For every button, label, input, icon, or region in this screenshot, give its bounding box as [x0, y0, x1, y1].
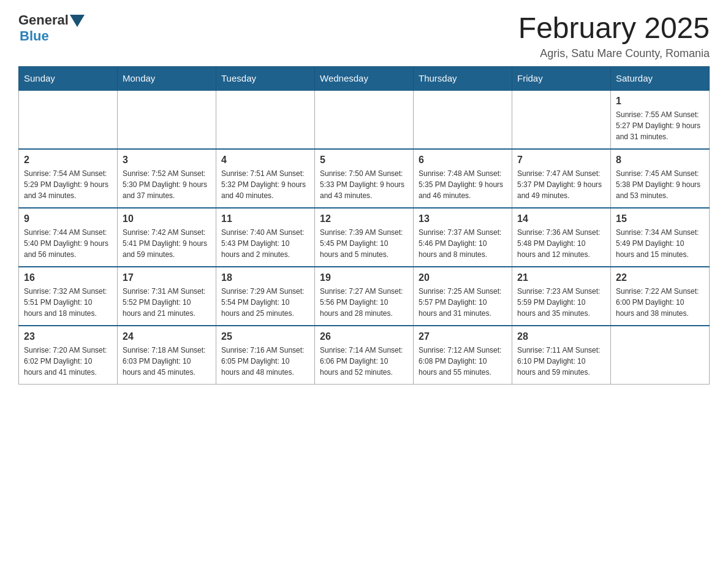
day-number: 2 [24, 155, 112, 166]
day-number: 10 [123, 213, 211, 224]
day-number: 24 [123, 331, 211, 342]
calendar-cell [118, 90, 216, 149]
calendar-cell: 27Sunrise: 7:12 AM Sunset: 6:08 PM Dayli… [414, 326, 512, 385]
day-number: 20 [419, 272, 507, 283]
day-number: 14 [517, 213, 605, 224]
calendar-cell [512, 90, 611, 149]
day-number: 15 [616, 213, 704, 224]
day-number: 8 [616, 155, 704, 166]
day-info: Sunrise: 7:37 AM Sunset: 5:46 PM Dayligh… [419, 227, 507, 260]
day-info: Sunrise: 7:45 AM Sunset: 5:38 PM Dayligh… [616, 168, 704, 201]
day-info: Sunrise: 7:27 AM Sunset: 5:56 PM Dayligh… [320, 286, 408, 319]
calendar-cell: 22Sunrise: 7:22 AM Sunset: 6:00 PM Dayli… [611, 267, 710, 326]
calendar-cell [611, 326, 710, 385]
calendar-cell: 7Sunrise: 7:47 AM Sunset: 5:37 PM Daylig… [512, 149, 611, 208]
calendar-cell: 20Sunrise: 7:25 AM Sunset: 5:57 PM Dayli… [414, 267, 512, 326]
day-number: 5 [320, 155, 408, 166]
day-info: Sunrise: 7:14 AM Sunset: 6:06 PM Dayligh… [320, 345, 408, 378]
header-sunday: Sunday [19, 66, 118, 90]
calendar-cell: 5Sunrise: 7:50 AM Sunset: 5:33 PM Daylig… [315, 149, 414, 208]
day-number: 18 [221, 272, 309, 283]
calendar-cell: 8Sunrise: 7:45 AM Sunset: 5:38 PM Daylig… [611, 149, 710, 208]
calendar-cell: 24Sunrise: 7:18 AM Sunset: 6:03 PM Dayli… [118, 326, 216, 385]
day-number: 6 [419, 155, 507, 166]
day-number: 27 [419, 331, 507, 342]
title-block: February 2025 Agris, Satu Mare County, R… [518, 12, 710, 60]
day-info: Sunrise: 7:44 AM Sunset: 5:40 PM Dayligh… [24, 227, 112, 260]
day-number: 23 [24, 331, 112, 342]
day-info: Sunrise: 7:22 AM Sunset: 6:00 PM Dayligh… [616, 286, 704, 319]
day-info: Sunrise: 7:12 AM Sunset: 6:08 PM Dayligh… [419, 345, 507, 378]
day-info: Sunrise: 7:11 AM Sunset: 6:10 PM Dayligh… [517, 345, 605, 378]
day-number: 7 [517, 155, 605, 166]
calendar-cell: 26Sunrise: 7:14 AM Sunset: 6:06 PM Dayli… [315, 326, 414, 385]
day-info: Sunrise: 7:25 AM Sunset: 5:57 PM Dayligh… [419, 286, 507, 319]
header-monday: Monday [118, 66, 216, 90]
calendar-week-row: 9Sunrise: 7:44 AM Sunset: 5:40 PM Daylig… [19, 208, 710, 267]
day-info: Sunrise: 7:23 AM Sunset: 5:59 PM Dayligh… [517, 286, 605, 319]
calendar-subtitle: Agris, Satu Mare County, Romania [518, 47, 710, 60]
day-info: Sunrise: 7:54 AM Sunset: 5:29 PM Dayligh… [24, 168, 112, 201]
calendar-cell: 13Sunrise: 7:37 AM Sunset: 5:46 PM Dayli… [414, 208, 512, 267]
calendar-cell: 17Sunrise: 7:31 AM Sunset: 5:52 PM Dayli… [118, 267, 216, 326]
day-info: Sunrise: 7:29 AM Sunset: 5:54 PM Dayligh… [221, 286, 309, 319]
day-info: Sunrise: 7:55 AM Sunset: 5:27 PM Dayligh… [616, 109, 704, 142]
calendar-cell [414, 90, 512, 149]
calendar-cell: 18Sunrise: 7:29 AM Sunset: 5:54 PM Dayli… [216, 267, 315, 326]
day-info: Sunrise: 7:32 AM Sunset: 5:51 PM Dayligh… [24, 286, 112, 319]
day-number: 13 [419, 213, 507, 224]
day-number: 17 [123, 272, 211, 283]
calendar-cell: 3Sunrise: 7:52 AM Sunset: 5:30 PM Daylig… [118, 149, 216, 208]
day-number: 19 [320, 272, 408, 283]
day-number: 1 [616, 96, 704, 107]
calendar-cell: 25Sunrise: 7:16 AM Sunset: 6:05 PM Dayli… [216, 326, 315, 385]
calendar-week-row: 16Sunrise: 7:32 AM Sunset: 5:51 PM Dayli… [19, 267, 710, 326]
day-info: Sunrise: 7:39 AM Sunset: 5:45 PM Dayligh… [320, 227, 408, 260]
day-info: Sunrise: 7:20 AM Sunset: 6:02 PM Dayligh… [24, 345, 112, 378]
day-number: 9 [24, 213, 112, 224]
day-info: Sunrise: 7:52 AM Sunset: 5:30 PM Dayligh… [123, 168, 211, 201]
calendar-header-row: Sunday Monday Tuesday Wednesday Thursday… [19, 66, 710, 90]
day-info: Sunrise: 7:51 AM Sunset: 5:32 PM Dayligh… [221, 168, 309, 201]
day-info: Sunrise: 7:40 AM Sunset: 5:43 PM Dayligh… [221, 227, 309, 260]
day-info: Sunrise: 7:50 AM Sunset: 5:33 PM Dayligh… [320, 168, 408, 201]
calendar-week-row: 2Sunrise: 7:54 AM Sunset: 5:29 PM Daylig… [19, 149, 710, 208]
day-number: 25 [221, 331, 309, 342]
day-number: 21 [517, 272, 605, 283]
calendar-cell: 16Sunrise: 7:32 AM Sunset: 5:51 PM Dayli… [19, 267, 118, 326]
calendar-cell: 11Sunrise: 7:40 AM Sunset: 5:43 PM Dayli… [216, 208, 315, 267]
logo-triangle-icon [70, 15, 85, 27]
page-header: General Blue February 2025 Agris, Satu M… [18, 12, 710, 60]
day-number: 26 [320, 331, 408, 342]
calendar-cell [315, 90, 414, 149]
calendar-cell: 1Sunrise: 7:55 AM Sunset: 5:27 PM Daylig… [611, 90, 710, 149]
day-number: 22 [616, 272, 704, 283]
day-number: 4 [221, 155, 309, 166]
calendar-cell [19, 90, 118, 149]
calendar-cell: 19Sunrise: 7:27 AM Sunset: 5:56 PM Dayli… [315, 267, 414, 326]
calendar-cell: 14Sunrise: 7:36 AM Sunset: 5:48 PM Dayli… [512, 208, 611, 267]
logo: General Blue [18, 12, 85, 44]
calendar-cell: 28Sunrise: 7:11 AM Sunset: 6:10 PM Dayli… [512, 326, 611, 385]
day-info: Sunrise: 7:31 AM Sunset: 5:52 PM Dayligh… [123, 286, 211, 319]
calendar-cell: 2Sunrise: 7:54 AM Sunset: 5:29 PM Daylig… [19, 149, 118, 208]
day-info: Sunrise: 7:18 AM Sunset: 6:03 PM Dayligh… [123, 345, 211, 378]
calendar-title: February 2025 [518, 12, 710, 45]
calendar-table: Sunday Monday Tuesday Wednesday Thursday… [18, 66, 710, 385]
header-thursday: Thursday [414, 66, 512, 90]
day-info: Sunrise: 7:36 AM Sunset: 5:48 PM Dayligh… [517, 227, 605, 260]
day-number: 12 [320, 213, 408, 224]
calendar-cell: 15Sunrise: 7:34 AM Sunset: 5:49 PM Dayli… [611, 208, 710, 267]
logo-general-text: General [18, 12, 69, 28]
day-info: Sunrise: 7:34 AM Sunset: 5:49 PM Dayligh… [616, 227, 704, 260]
header-wednesday: Wednesday [315, 66, 414, 90]
day-info: Sunrise: 7:16 AM Sunset: 6:05 PM Dayligh… [221, 345, 309, 378]
calendar-cell: 4Sunrise: 7:51 AM Sunset: 5:32 PM Daylig… [216, 149, 315, 208]
calendar-week-row: 23Sunrise: 7:20 AM Sunset: 6:02 PM Dayli… [19, 326, 710, 385]
header-tuesday: Tuesday [216, 66, 315, 90]
day-number: 11 [221, 213, 309, 224]
day-info: Sunrise: 7:48 AM Sunset: 5:35 PM Dayligh… [419, 168, 507, 201]
day-info: Sunrise: 7:47 AM Sunset: 5:37 PM Dayligh… [517, 168, 605, 201]
calendar-cell: 23Sunrise: 7:20 AM Sunset: 6:02 PM Dayli… [19, 326, 118, 385]
calendar-cell [216, 90, 315, 149]
